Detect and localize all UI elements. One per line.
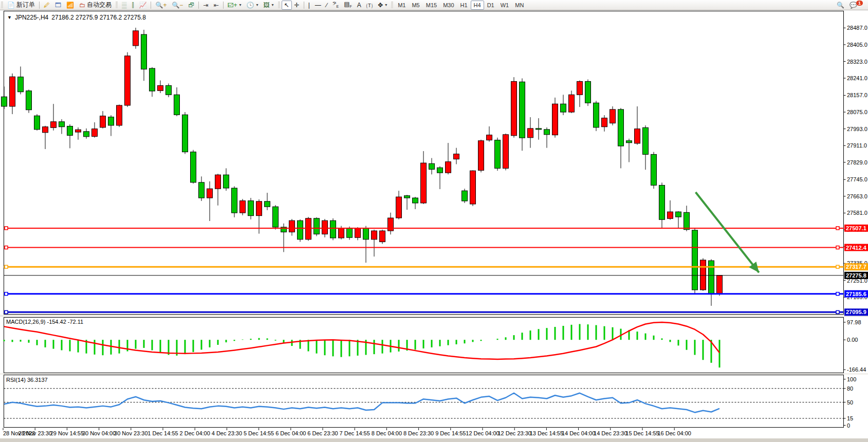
macd-label: MACD(12,26,9) -154.42 -72.11 (6, 319, 83, 325)
date-label: 5 Dec 14:55 (244, 430, 274, 436)
label-tool-button[interactable]: 🄣 (364, 1, 375, 10)
line-handle[interactable] (5, 265, 8, 268)
line-handle[interactable] (5, 246, 8, 249)
cursor-icon: ↖ (284, 2, 289, 8)
rsi-pane[interactable] (4, 375, 844, 428)
toolbar-grip (1, 2, 3, 9)
zoom-out-button[interactable]: 🔍− (169, 1, 186, 10)
line-handle[interactable] (836, 227, 839, 230)
line-handle[interactable] (836, 310, 839, 314)
add-indicator-button[interactable]: 🗠+▾ (225, 1, 244, 10)
chart-canvas[interactable]: 28487.028405.028323.028241.028157.028075… (0, 10, 868, 438)
trendline-icon: ∕ (326, 2, 327, 8)
tf-m30-button[interactable]: M30 (440, 1, 457, 10)
date-label: 30 Nov 23:30 (114, 430, 147, 436)
notifications-button[interactable]: 💬 1 (847, 1, 868, 10)
text-icon: A (357, 2, 361, 8)
line-handle[interactable] (836, 292, 839, 296)
svg-text:27275.8: 27275.8 (846, 272, 866, 279)
line-handle[interactable] (5, 227, 8, 230)
svg-text:0: 0 (847, 422, 850, 429)
cursor-tool-button[interactable]: ↖ (282, 1, 292, 10)
svg-text:27663.0: 27663.0 (847, 193, 867, 199)
date-label: 16 Dec 04:00 (657, 430, 691, 436)
search-icon: 🔍 (837, 2, 844, 8)
svg-text:28157.0: 28157.0 (847, 92, 867, 98)
vline-tool-button[interactable]: | (306, 1, 312, 10)
svg-text:27829.0: 27829.0 (847, 159, 867, 165)
line-chart-icon: 📈 (139, 2, 146, 8)
bar-chart-icon: 𝄛 (122, 2, 127, 8)
date-label: 8 Dec 23:30 (403, 430, 434, 436)
text-tool-button[interactable]: A (355, 1, 364, 10)
auto-scroll-icon: ⇤ (213, 2, 218, 8)
candlestick-chart-icon: ⫿ (132, 2, 134, 8)
chart-title-symbol: JPN225-,H4 (15, 14, 48, 21)
zoom-in-button[interactable]: 🔍+ (153, 1, 169, 10)
date-label: 30 Nov 04:00 (82, 430, 116, 436)
line-handle[interactable] (836, 246, 839, 249)
tf-h4-button[interactable]: H4 (471, 1, 484, 10)
trendline-tool-button[interactable]: ∕ (324, 1, 330, 10)
zoom-in-icon: 🔍+ (155, 2, 167, 8)
channel-tool-button[interactable]: 𝄢E (330, 1, 341, 10)
pane-splitter-1[interactable] (0, 374, 868, 375)
symbol-dropdown-icon[interactable]: ▼ (7, 15, 12, 20)
chart-title: ▼ JPN225-,H4 27186.2 27275.9 27176.2 272… (7, 14, 146, 21)
text-label-icon: 🄣 (366, 2, 373, 8)
pane-splitter-0[interactable] (0, 315, 868, 317)
line-handle[interactable] (5, 292, 8, 296)
horizontal-line-icon: — (315, 2, 321, 8)
tf-h1-button[interactable]: H1 (457, 1, 471, 10)
date-label: 14 Dec 23:30 (594, 430, 627, 436)
vertical-line-icon: | (308, 2, 310, 8)
line-chart-button[interactable]: 📈 (136, 1, 149, 10)
date-label: 15 Dec 14:55 (625, 430, 659, 436)
date-label: 2 Dec 04:00 (180, 430, 210, 436)
auto-scroll-button[interactable]: ⇤ (211, 1, 221, 10)
tile-windows-icon: 🗗 (188, 2, 194, 8)
fibonacci-icon: ▤F (344, 1, 352, 8)
date-label: 14 Dec 04:00 (562, 430, 595, 436)
add-indicator-icon: 🗠+ (228, 2, 237, 8)
svg-text:27993.0: 27993.0 (847, 126, 867, 132)
chart-title-ohlc: 27186.2 27275.9 27176.2 27275.8 (51, 14, 146, 21)
line-handle[interactable] (836, 265, 839, 268)
main-toolbar: 📄 新订单 🖉 🗔 📶 🗀 自动交易 𝄛 ⫿ 📈 🔍+ 🔍− 🗗 ⇥ ⇤ 🗠+▾… (0, 0, 868, 10)
arrows-tool-button[interactable]: ✥▾ (375, 1, 390, 10)
hline-tool-button[interactable]: — (312, 1, 324, 10)
new-order-icon: 📄 (7, 2, 15, 8)
tf-m5-button[interactable]: M5 (409, 1, 422, 10)
price-axis: 28487.028405.028323.028241.028157.028075… (844, 25, 867, 300)
tf-w1-button[interactable]: W1 (497, 1, 512, 10)
date-label: 6 Dec 23:30 (307, 430, 338, 436)
tile-windows-button[interactable]: 🗗 (186, 1, 197, 10)
new-order-button[interactable]: 📄 新订单 (5, 1, 38, 10)
date-axis: 28 Nov 202228 Nov 23:3029 Nov 14:5530 No… (3, 428, 691, 437)
svg-text:28405.0: 28405.0 (847, 42, 867, 48)
auto-trading-button[interactable]: 🗀 自动交易 (77, 1, 114, 10)
crosshair-tool-button[interactable]: ✛ (292, 1, 302, 10)
periods-button[interactable]: 🕓▾ (244, 1, 261, 10)
tf-mn-button[interactable]: MN (512, 1, 527, 10)
highlight-button[interactable]: 🖉 (41, 1, 52, 10)
market-watch-icon: 🗔 (55, 2, 61, 8)
fibonacci-tool-button[interactable]: ▤F (341, 1, 355, 10)
chart-window[interactable]: 28487.028405.028323.028241.028157.028075… (0, 10, 868, 438)
tf-d1-button[interactable]: D1 (484, 1, 497, 10)
svg-text:27317.7: 27317.7 (846, 264, 866, 270)
search-button[interactable]: 🔍 (834, 1, 847, 10)
svg-text:97.98: 97.98 (847, 319, 861, 325)
svg-text:28487.0: 28487.0 (847, 25, 867, 31)
templates-button[interactable]: 🖼▾ (261, 1, 276, 10)
bar-chart-button[interactable]: 𝄛 (119, 1, 130, 10)
chart-shift-button[interactable]: ⇥ (200, 1, 211, 10)
signals-button[interactable]: 📶 (64, 1, 77, 10)
candle-chart-button[interactable]: ⫿ (130, 1, 137, 10)
svg-text:27095.9: 27095.9 (846, 309, 866, 315)
tf-m1-button[interactable]: M1 (395, 1, 409, 10)
date-label: 1 Dec 14:55 (147, 430, 178, 436)
tf-m15-button[interactable]: M15 (423, 1, 440, 10)
line-handle[interactable] (5, 310, 8, 314)
market-watch-button[interactable]: 🗔 (52, 1, 64, 10)
